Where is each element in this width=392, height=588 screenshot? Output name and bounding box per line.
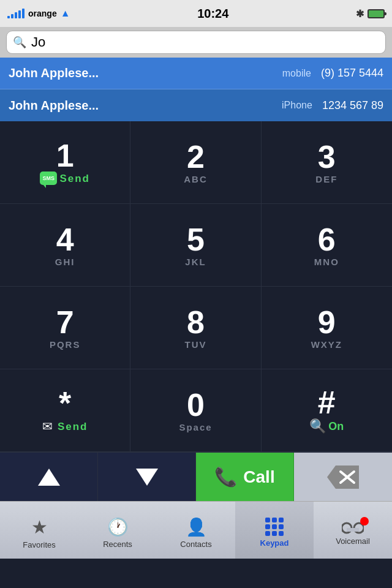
digit-8: 8 (187, 306, 205, 338)
dial-key-3[interactable]: 3 DEF (262, 121, 392, 204)
voicemail-badge (360, 517, 369, 526)
letters-3: DEF (315, 174, 337, 184)
digit-hash: # (318, 386, 336, 418)
person-icon: 👤 (186, 517, 207, 537)
digit-3: 3 (318, 141, 336, 173)
search-input-wrapper[interactable]: 🔍 (6, 31, 386, 54)
dial-key-7[interactable]: 7 PQRS (0, 287, 130, 369)
letters-9: WXYZ (311, 339, 342, 350)
tab-recents-label: Recents (103, 540, 132, 549)
letters-7: PQRS (50, 339, 81, 350)
tab-keypad[interactable]: Keypad (235, 502, 314, 559)
call-label: Call (243, 467, 274, 487)
dial-key-9[interactable]: 9 WXYZ (262, 287, 392, 369)
digit-2: 2 (187, 141, 205, 173)
tab-bar: ★ Favorites 🕐 Recents 👤 Contacts Keypad … (0, 501, 392, 559)
sms-icon: SMS (40, 172, 57, 185)
autocomplete-type-2: iPhone (282, 100, 312, 111)
status-bar: orange ▲ 10:24 ✱ (0, 0, 392, 27)
clock-icon: 🕐 (107, 517, 129, 537)
autocomplete-name-1: John Applese... (9, 66, 282, 80)
autocomplete-number-2: 1234 567 89 (322, 99, 383, 112)
battery-icon (368, 9, 385, 18)
tab-contacts[interactable]: 👤 Contacts (157, 502, 235, 559)
dial-key-0[interactable]: 0 Space (130, 369, 261, 452)
tab-favorites[interactable]: ★ Favorites (0, 502, 78, 559)
letters-8: TUV (184, 339, 206, 350)
digit-star: * (59, 387, 71, 419)
delete-icon (327, 466, 359, 489)
tab-voicemail[interactable]: Voicemail (314, 502, 392, 559)
dial-key-6[interactable]: 6 MNO (262, 204, 392, 287)
autocomplete-row[interactable]: John Applese... iPhone 1234 567 89 (0, 89, 392, 121)
dialpad: 1 SMS Send 2 ABC 3 DEF 4 GHI 5 JKL 6 MNO… (0, 121, 392, 452)
dial-key-star[interactable]: * ✉ Send (0, 369, 130, 452)
search-bar: 🔍 (0, 27, 392, 58)
wifi-icon: ▲ (61, 8, 70, 19)
digit-0: 0 (187, 389, 205, 421)
autocomplete-list: John Applese... mobile (9) 157 5444 John… (0, 58, 392, 121)
letters-4: GHI (55, 257, 75, 267)
carrier-label: orange (28, 9, 57, 18)
voicemail-icon-container (342, 519, 364, 534)
autocomplete-type-1: mobile (282, 68, 311, 79)
bluetooth-icon: ✱ (356, 8, 364, 20)
digit-5: 5 (187, 224, 205, 255)
sms-send-1: SMS Send (40, 172, 90, 185)
keypad-icon (265, 518, 284, 536)
dial-key-hash[interactable]: # 🔍 On (262, 369, 392, 452)
tab-recents[interactable]: 🕐 Recents (78, 502, 157, 559)
svg-rect-5 (347, 528, 359, 532)
dial-key-2[interactable]: 2 ABC (130, 121, 261, 204)
carrier-signal: orange ▲ (7, 8, 70, 19)
search-icon: 🔍 (13, 36, 26, 49)
digit-4: 4 (56, 224, 74, 255)
dial-key-4[interactable]: 4 GHI (0, 204, 130, 287)
letters-2: ABC (184, 174, 208, 184)
phone-icon: 📞 (214, 466, 237, 488)
signal-icon (7, 9, 24, 18)
svg-marker-0 (327, 466, 359, 489)
arrow-down-icon (136, 469, 158, 486)
status-right: ✱ (356, 8, 385, 20)
delete-button[interactable] (294, 453, 392, 501)
search-on: 🔍 On (309, 418, 344, 434)
mail-send-star: ✉ Send (42, 419, 88, 434)
digit-9: 9 (318, 306, 336, 338)
search-input[interactable] (31, 34, 379, 50)
digit-1: 1 (56, 140, 74, 172)
letters-5: JKL (185, 257, 206, 267)
star-icon: ★ (31, 516, 48, 538)
tab-contacts-label: Contacts (180, 540, 211, 549)
call-button[interactable]: 📞 Call (196, 453, 294, 501)
scroll-down-button[interactable] (98, 453, 196, 501)
dial-key-5[interactable]: 5 JKL (130, 204, 261, 287)
dial-key-8[interactable]: 8 TUV (130, 287, 261, 369)
arrow-up-icon (38, 469, 60, 486)
autocomplete-number-1: (9) 157 5444 (321, 67, 383, 80)
dial-key-1[interactable]: 1 SMS Send (0, 121, 130, 204)
tab-favorites-label: Favorites (23, 540, 55, 549)
digit-6: 6 (318, 224, 336, 255)
clock: 10:24 (197, 7, 228, 21)
digit-7: 7 (56, 306, 74, 338)
tab-keypad-label: Keypad (260, 538, 289, 548)
autocomplete-row[interactable]: John Applese... mobile (9) 157 5444 (0, 58, 392, 89)
autocomplete-name-2: John Applese... (9, 99, 282, 113)
letters-0: Space (179, 422, 212, 432)
on-label: On (328, 420, 344, 433)
scroll-up-button[interactable] (0, 453, 98, 501)
tab-voicemail-label: Voicemail (336, 537, 370, 546)
mail-icon: ✉ (42, 419, 53, 434)
letters-6: MNO (314, 257, 339, 267)
search-on-icon: 🔍 (309, 418, 326, 434)
action-bar: 📞 Call (0, 452, 392, 501)
